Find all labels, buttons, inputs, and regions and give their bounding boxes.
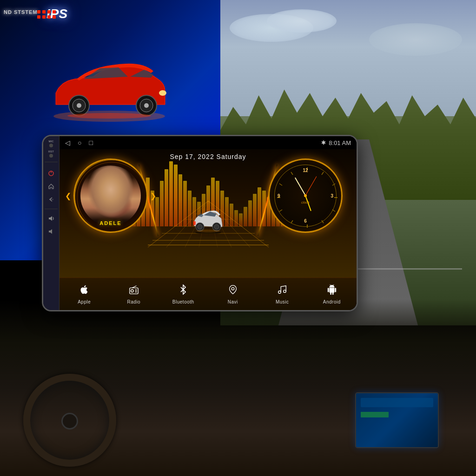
back-nav-icon[interactable]: ◁ [65,139,70,146]
clock-label-text: clock [301,200,310,205]
status-info: ✱ 8:01 AM [321,139,351,146]
nav-label-android: Android [323,299,341,304]
svg-line-41 [322,220,324,223]
nav-controls: ◁ ○ □ [65,139,93,146]
svg-point-6 [144,103,149,108]
svg-point-8 [67,113,151,119]
nav-label-bluetooth: Bluetooth [172,299,194,304]
clock-outer-ring: 12 3 6 9 clock [268,159,343,233]
nav-item-apple[interactable]: Apple [70,284,98,304]
nav-icon-radio [129,284,139,298]
steering-center [61,413,78,430]
red-car-display [28,42,191,135]
svg-point-33 [197,230,220,232]
clock-num-3: 3 [331,193,333,198]
time-display: 8:01 AM [329,139,351,146]
back-button[interactable] [46,194,56,205]
nav-icon-bluetooth [178,284,188,298]
artist-name-label: ADELE [99,220,121,226]
rst-button-group: RST [48,150,54,158]
nav-icon-android [327,284,337,298]
svg-line-43 [291,220,293,223]
svg-line-44 [279,210,282,212]
nav-item-android[interactable]: Android [318,284,346,304]
svg-point-53 [231,287,234,290]
home-nav-icon[interactable]: ○ [78,139,81,146]
nav-label-radio: Radio [127,299,140,304]
face-artwork [80,165,141,226]
center-car-display [190,208,227,236]
nav-icon-navi [228,284,238,298]
side-buttons-panel: MIC RST [43,136,60,310]
nav-icon-apple [79,284,89,298]
volume-down-button[interactable] [46,226,56,237]
clock-num-9: 9 [278,193,280,198]
main-content-area: Sep 17, 2022 Saturday [60,149,357,278]
clock-center [304,194,307,197]
svg-point-54 [278,291,281,294]
album-circle-outer: ADELE [73,159,148,233]
product-box-dots [37,10,56,19]
svg-point-55 [284,290,286,293]
album-art-image [80,165,141,226]
svg-point-3 [77,103,81,108]
rst-button[interactable] [49,154,53,158]
svg-point-7 [159,90,166,96]
nav-label-apple: Apple [78,299,91,304]
nav-icon-music [277,284,287,298]
car-head-unit: MIC RST [42,135,358,311]
recent-nav-icon[interactable]: □ [89,139,93,146]
svg-point-29 [198,225,202,229]
nav-item-bluetooth[interactable]: Bluetooth [169,284,197,304]
nav-item-navi[interactable]: Navi [219,284,247,304]
album-art-circle: ADELE ❮ ❯ [73,159,148,233]
power-button[interactable] [46,168,56,178]
nav-label-music: Music [276,299,289,304]
svg-line-38 [332,184,335,185]
status-bar: ◁ ○ □ ✱ 8:01 AM [60,136,357,149]
product-label-nd: ND STSTEM [4,8,38,15]
svg-line-37 [322,172,324,175]
bluetooth-status-icon: ✱ [321,139,326,146]
svg-point-49 [131,290,133,292]
main-screen: ◁ ○ □ ✱ 8:01 AM Sep 17, 2022 Saturday [60,136,357,310]
nav-item-music[interactable]: Music [268,284,296,304]
mic-label: MIC [49,140,54,143]
prev-track-button[interactable]: ❮ [65,192,71,200]
rst-label: RST [48,150,54,153]
mic-button[interactable] [49,144,53,147]
dash-mounted-display [355,392,439,448]
nav-label-navi: Navi [228,299,238,304]
svg-line-47 [291,172,293,175]
svg-line-46 [279,184,282,185]
volume-up-button[interactable] [46,213,56,224]
svg-rect-32 [193,221,196,225]
nav-item-radio[interactable]: Radio [120,284,148,304]
clock-circle: 12 3 6 9 clock [268,159,343,233]
svg-line-40 [332,210,335,212]
mic-button-group: MIC [49,140,54,147]
clock-face: 12 3 6 9 clock [274,165,337,227]
svg-point-31 [214,225,219,229]
home-button[interactable] [46,181,56,192]
clock-num-6: 6 [304,218,307,224]
next-track-button[interactable]: ❯ [150,192,156,200]
bottom-navigation: AppleRadioBluetoothNaviMusicAndroid [60,278,357,310]
clock-num-12: 12 [303,168,308,173]
